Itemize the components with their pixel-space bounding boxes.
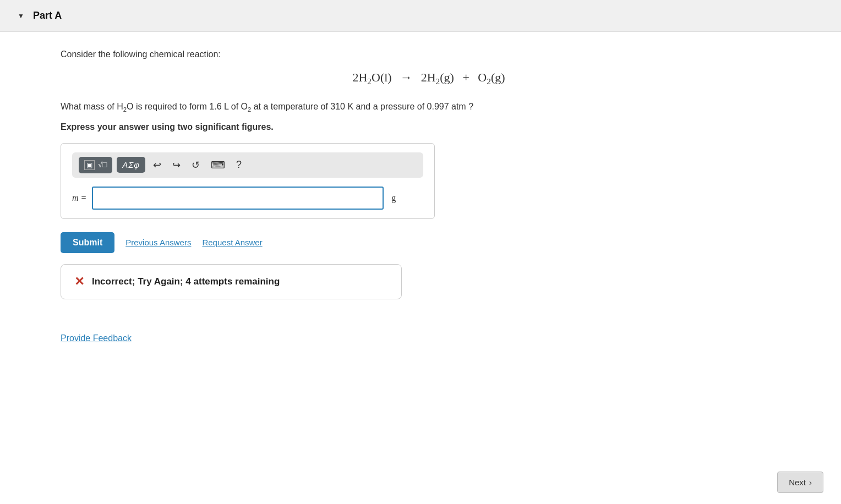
action-row: Submit Previous Answers Request Answer (61, 232, 797, 253)
next-label: Next (789, 478, 806, 487)
greek-button[interactable]: ΑΣφ (117, 157, 145, 173)
next-arrow-icon: › (809, 478, 812, 487)
incorrect-icon: ✕ (74, 275, 84, 289)
template-icon: ▣ (84, 160, 95, 170)
keyboard-button[interactable]: ⌨ (207, 157, 228, 173)
reaction-equation: 2H2O(l) → 2H2(g) + O2(g) (61, 70, 797, 86)
answer-input[interactable] (92, 187, 384, 210)
redo-button[interactable]: ↪ (169, 157, 184, 173)
feedback-box: ✕ Incorrect; Try Again; 4 attempts remai… (61, 264, 402, 299)
request-answer-button[interactable]: Request Answer (202, 238, 262, 247)
page-wrapper: ▼ Part A Consider the following chemical… (0, 0, 841, 504)
help-button[interactable]: ? (233, 157, 245, 173)
undo-button[interactable]: ↩ (150, 157, 165, 173)
feedback-message: Incorrect; Try Again; 4 attempts remaini… (92, 276, 280, 287)
content-area: Consider the following chemical reaction… (0, 32, 841, 333)
unit-label: g (391, 193, 396, 203)
next-button[interactable]: Next › (777, 472, 823, 493)
footer-area: Provide Feedback (0, 333, 841, 354)
answer-box: ▣ √□ ΑΣφ ↩ ↪ ↺ ⌨ ? m = g (61, 143, 435, 219)
submit-button[interactable]: Submit (61, 232, 114, 253)
intro-text: Consider the following chemical reaction… (61, 50, 797, 59)
part-header: ▼ Part A (0, 0, 841, 32)
product1: 2H2(g) (421, 70, 454, 84)
refresh-button[interactable]: ↺ (188, 157, 203, 173)
input-label: m = (72, 193, 86, 203)
question-text: What mass of H2O is required to form 1.6… (61, 100, 797, 115)
plus-sign: + (462, 70, 469, 84)
reactant: 2H2O(l) (352, 70, 391, 84)
product2: O2(g) (478, 70, 505, 84)
previous-answers-button[interactable]: Previous Answers (125, 238, 191, 247)
toolbar: ▣ √□ ΑΣφ ↩ ↪ ↺ ⌨ ? (72, 152, 423, 178)
collapse-icon[interactable]: ▼ (18, 12, 24, 20)
math-template-button[interactable]: ▣ √□ (79, 157, 112, 173)
input-row: m = g (72, 187, 423, 210)
sqrt-icon: √□ (98, 161, 107, 169)
part-title: Part A (33, 10, 62, 21)
reaction-arrow: → (400, 70, 412, 84)
express-instruction: Express your answer using two significan… (61, 122, 797, 132)
provide-feedback-button[interactable]: Provide Feedback (61, 333, 132, 343)
